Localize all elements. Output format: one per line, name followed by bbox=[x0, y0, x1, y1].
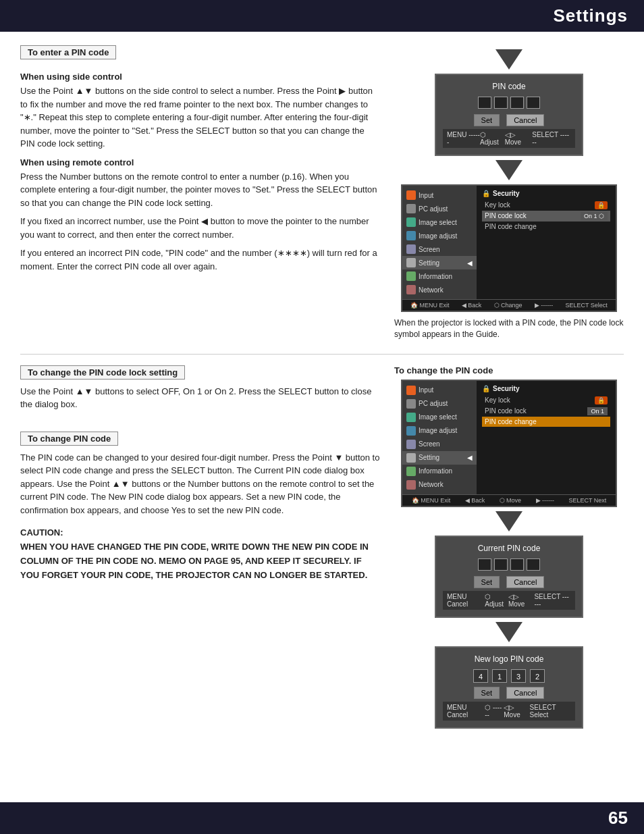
pin-lock-on-badge-2: On 1 bbox=[587, 407, 608, 415]
section1-box: To enter a PIN code bbox=[20, 45, 116, 59]
pin-dialog-title: PIN code bbox=[443, 82, 575, 91]
image-select-icon-2 bbox=[406, 413, 416, 422]
bar-select: SELECT ------ bbox=[532, 131, 571, 146]
menu-screenshot-1: Input PC adjust Image select Image bbox=[401, 184, 617, 312]
image-adjust-icon bbox=[406, 231, 416, 240]
arrow-down-icon-4 bbox=[495, 622, 522, 642]
page-header: Settings bbox=[0, 0, 644, 32]
menu-item-image-adjust-2: Image adjust bbox=[402, 424, 477, 438]
bar-adjust-2: ⬡ Adjust bbox=[485, 593, 508, 608]
menu-key-lock: Key lock 🔒 bbox=[482, 200, 610, 211]
menu-bottom-bar-2: 🏠 MENU Exit ◀ Back ⬡ Move ▶ ------ SELEC… bbox=[402, 494, 616, 506]
bar-adjust: ⬡ Adjust bbox=[480, 131, 505, 146]
menu-pin-code-lock: PIN code lock On 1 ⬡ bbox=[482, 211, 610, 221]
section3-container: To change PIN code The PIN code can be c… bbox=[20, 432, 381, 583]
bottom-section: To change the PIN code lock setting Use … bbox=[20, 365, 624, 729]
current-pin-set-button[interactable]: Set bbox=[474, 576, 500, 588]
menu-item-pc-adjust: PC adjust bbox=[402, 202, 477, 215]
menu-item-network: Network bbox=[402, 283, 477, 296]
bar-menu: MENU ------ bbox=[447, 131, 480, 146]
bar-move-2: ◁▷ Move bbox=[508, 593, 534, 608]
bar-select-3: SELECT Select bbox=[530, 704, 571, 719]
current-pin-box-2 bbox=[494, 558, 508, 571]
new-pin-bar: MENU Cancel ⬡ ------ ◁▷ Move SELECT Sele… bbox=[443, 702, 575, 721]
menu-row-2: Input PC adjust Image select Image bbox=[402, 381, 616, 494]
section3-box: To change PIN code bbox=[20, 432, 118, 446]
new-pin-buttons: Set Cancel bbox=[443, 687, 575, 699]
menu-left-2: Input PC adjust Image select Image bbox=[402, 381, 477, 494]
setting-icon-2 bbox=[406, 453, 416, 463]
pc-adjust-icon-2 bbox=[406, 399, 416, 409]
menu-item-image-select-2: Image select bbox=[402, 411, 477, 424]
image-adjust-icon-2 bbox=[406, 426, 416, 436]
information-icon bbox=[406, 271, 416, 281]
menu-item-input: Input bbox=[402, 188, 477, 202]
screen-icon-2 bbox=[406, 440, 416, 449]
current-pin-box-1 bbox=[478, 558, 491, 571]
subsection2-text1: Press the Number buttons on the remote c… bbox=[20, 170, 381, 210]
key-lock-badge: 🔒 bbox=[595, 201, 608, 209]
menu-pin-code-change: PIN code change bbox=[482, 221, 610, 232]
arrow-down-icon-3 bbox=[495, 511, 522, 531]
pc-adjust-icon bbox=[406, 204, 416, 213]
current-pin-input-row bbox=[443, 558, 575, 571]
network-icon-2 bbox=[406, 480, 416, 490]
left-column: To enter a PIN code When using side cont… bbox=[20, 45, 381, 340]
pin-change-section: To change the PIN code lock setting Use … bbox=[20, 365, 381, 411]
screen-icon bbox=[406, 244, 416, 254]
menu-left-1: Input PC adjust Image select Image bbox=[402, 186, 477, 299]
menu-item-image-adjust: Image adjust bbox=[402, 229, 477, 242]
pin-input-box-2 bbox=[494, 97, 508, 109]
caution-text: WHEN YOU HAVE CHANGED THE PIN CODE, WRIT… bbox=[20, 540, 381, 582]
menu-item-input-2: Input bbox=[402, 384, 477, 397]
pin-input-box-4 bbox=[527, 97, 540, 109]
menu-item-setting-2[interactable]: Setting ◀ bbox=[402, 451, 477, 465]
current-pin-bar: MENU Cancel ⬡ Adjust ◁▷ Move SELECT ----… bbox=[443, 591, 575, 610]
current-pin-dialog: Current PIN code Set Cancel MENU Cancel … bbox=[435, 536, 583, 618]
divider-1 bbox=[20, 354, 624, 355]
current-pin-cancel-button[interactable]: Cancel bbox=[506, 576, 544, 588]
new-pin-cancel-button[interactable]: Cancel bbox=[506, 687, 544, 699]
bar-dashes: ⬡ ------ bbox=[485, 704, 504, 719]
pin-buttons: Set Cancel bbox=[443, 114, 575, 126]
section2-box: To change the PIN code lock setting bbox=[20, 365, 185, 380]
key-lock-badge-2: 🔒 bbox=[595, 396, 608, 405]
pin-cancel-button[interactable]: Cancel bbox=[506, 114, 544, 126]
menu-item-information-2: Information bbox=[402, 465, 477, 478]
pin-set-button[interactable]: Set bbox=[474, 114, 500, 126]
arrow-down-icon bbox=[495, 49, 522, 70]
new-pin-title: New logo PIN code bbox=[443, 654, 575, 664]
header-title: Settings bbox=[553, 5, 628, 26]
menu-right-1: 🔒 Security Key lock 🔒 PIN code lock On 1… bbox=[477, 186, 616, 299]
menu-right-2: 🔒 Security Key lock 🔒 PIN code lock On 1 bbox=[477, 381, 616, 494]
subsection2-title: When using remote control bbox=[20, 157, 381, 167]
pin-dialog-1: PIN code Set Cancel MENU ------ ⬡ Adjust… bbox=[435, 74, 583, 156]
menu-item-screen-2: Screen bbox=[402, 438, 477, 451]
pin-input-row bbox=[443, 97, 575, 109]
subsection2-text2: If you fixed an incorrect number, use th… bbox=[20, 215, 381, 241]
current-pin-buttons: Set Cancel bbox=[443, 576, 575, 588]
caution-label: CAUTION: bbox=[20, 527, 381, 538]
menu-screenshot-2: Input PC adjust Image select Image bbox=[401, 380, 617, 507]
subsection2-text3: If you entered an incorrect PIN code, "P… bbox=[20, 246, 381, 273]
subsection1-title: When using side control bbox=[20, 72, 381, 82]
new-pin-dialog: New logo PIN code 4 1 3 2 Set Cancel MEN… bbox=[435, 646, 583, 729]
bar-cancel: MENU Cancel bbox=[447, 593, 485, 608]
menu-item-setting[interactable]: Setting ◀ bbox=[402, 256, 477, 269]
arrow-down-icon-2 bbox=[495, 160, 522, 180]
new-pin-digit-2: 1 bbox=[492, 669, 507, 683]
bottom-right-col: To change the PIN code Input PC adjust bbox=[394, 365, 624, 729]
pin-input-box-1 bbox=[478, 97, 491, 109]
menu-row-1: Input PC adjust Image select Image bbox=[402, 186, 616, 299]
pin-dialog-bar: MENU ------ ⬡ Adjust ◁▷ Move SELECT ----… bbox=[443, 129, 575, 148]
menu-pin-code-change-2[interactable]: PIN code change bbox=[482, 417, 610, 427]
menu-item-network-2: Network bbox=[402, 478, 477, 492]
page-number: 65 bbox=[608, 808, 628, 828]
menu-item-information: Information bbox=[402, 269, 477, 283]
bar-cancel-2: MENU Cancel bbox=[447, 704, 485, 719]
input-icon-2 bbox=[406, 386, 416, 395]
current-pin-title: Current PIN code bbox=[443, 544, 575, 553]
new-pin-set-button[interactable]: Set bbox=[474, 687, 500, 699]
bar-move: ◁▷ Move bbox=[505, 131, 533, 146]
network-icon bbox=[406, 285, 416, 294]
